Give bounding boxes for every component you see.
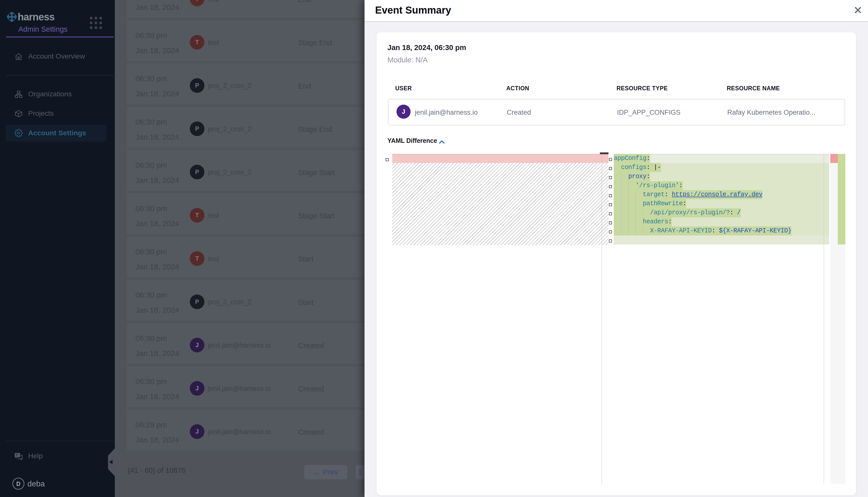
svg-text:?: ? xyxy=(16,453,18,457)
